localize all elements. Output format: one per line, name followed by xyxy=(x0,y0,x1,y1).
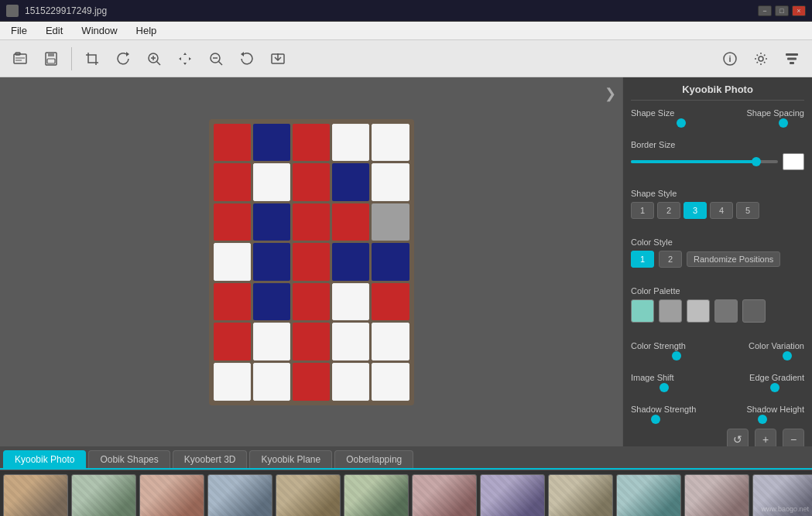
border-size-section: Border Size xyxy=(631,140,804,170)
svg-rect-20 xyxy=(787,57,797,60)
filmstrip-item[interactable]: Kyaobik-09 xyxy=(480,474,545,517)
filmstrip-item[interactable]: Kyaobik-10 xyxy=(548,474,613,517)
export-btn[interactable] xyxy=(264,45,292,73)
image-shift-label: Image Shift xyxy=(631,373,674,382)
color-palette-label: Color Palette xyxy=(631,286,804,296)
shape-style-1[interactable]: 1 xyxy=(631,202,654,219)
menu-edit[interactable]: Edit xyxy=(38,23,70,38)
add-btn[interactable]: + xyxy=(755,429,776,446)
canvas-next-arrow[interactable]: ❯ xyxy=(605,85,616,102)
svg-line-7 xyxy=(157,61,161,65)
filmstrip-item[interactable]: Kyaobik-08 xyxy=(412,474,477,517)
filmstrip-item[interactable]: Kyaobik-12 xyxy=(684,474,749,517)
color-style-1[interactable]: 1 xyxy=(631,251,654,268)
filmstrip-item[interactable]: Kyaobik-04 xyxy=(139,474,204,517)
shape-size-label: Shape Size xyxy=(631,108,674,118)
color-style-2[interactable]: 2 xyxy=(659,251,682,268)
shadow-section: Shadow Strength Shadow Height xyxy=(631,405,804,418)
tab-kyoobert-3d[interactable]: Kyoobert 3D xyxy=(173,450,248,468)
svg-rect-19 xyxy=(786,53,798,56)
redo-btn[interactable] xyxy=(233,45,261,73)
canvas-area: ❯ xyxy=(0,77,622,446)
swatch-5[interactable] xyxy=(742,299,766,323)
shape-style-5[interactable]: 5 xyxy=(736,202,759,219)
tab-oobik-shapes[interactable]: Oobik Shapes xyxy=(88,450,170,468)
swatch-3[interactable] xyxy=(687,299,710,323)
title-bar: 1515229917249.jpg − □ × xyxy=(0,0,812,22)
shape-style-2[interactable]: 2 xyxy=(657,202,680,219)
shape-spacing-label: Shape Spacing xyxy=(746,108,804,118)
swatch-1[interactable] xyxy=(631,299,654,323)
border-color-box[interactable] xyxy=(783,153,804,170)
separator-1 xyxy=(71,47,72,70)
filmstrip-item[interactable]: Kyaobik-11 xyxy=(616,474,681,517)
color-strength-section: Color Strength Color Variation xyxy=(631,341,804,354)
shape-style-4[interactable]: 4 xyxy=(710,202,733,219)
mosaic-grid xyxy=(209,119,414,405)
svg-marker-5 xyxy=(126,52,129,56)
svg-rect-0 xyxy=(14,54,26,63)
color-style-label: Color Style xyxy=(631,237,804,247)
svg-marker-13 xyxy=(241,52,244,56)
tab-kyoobik-plane[interactable]: Kyoobik Plane xyxy=(249,450,332,468)
palette-row xyxy=(631,299,804,323)
border-size-row xyxy=(631,153,804,170)
svg-rect-4 xyxy=(47,59,55,63)
save-btn[interactable] xyxy=(37,45,65,73)
settings-btn[interactable] xyxy=(747,45,775,73)
open-file-btn[interactable] xyxy=(6,45,34,73)
svg-point-18 xyxy=(759,56,763,61)
shadow-labels: Shadow Strength Shadow Height xyxy=(631,405,804,414)
tab-kyoobik-photo[interactable]: Kyoobik Photo xyxy=(3,450,86,468)
watermark: www.baogo.net xyxy=(761,505,809,513)
color-strength-label: Color Strength xyxy=(631,341,686,350)
svg-text:i: i xyxy=(728,54,731,63)
shape-labels: Shape Size Shape Spacing xyxy=(631,108,804,118)
toolbar: i xyxy=(0,40,812,77)
filmstrip-item[interactable]: Kyaobik-03 xyxy=(71,474,136,517)
color-variation-label: Color Variation xyxy=(749,341,804,350)
info-btn[interactable]: i xyxy=(716,45,744,73)
border-size-label: Border Size xyxy=(631,140,804,149)
randomize-btn[interactable]: Randomize Positions xyxy=(687,251,780,267)
right-panel: Kyoobik Photo Shape Size Shape Spacing xyxy=(622,77,812,446)
maximize-button[interactable]: □ xyxy=(775,5,789,16)
remove-btn[interactable]: − xyxy=(783,429,804,446)
tab-ooberlapping[interactable]: Ooberlapping xyxy=(334,450,413,468)
color-palette-section: Color Palette xyxy=(631,286,804,323)
menu-file[interactable]: File xyxy=(3,23,35,38)
filmstrip-item[interactable]: Kyaobik-05 xyxy=(207,474,272,517)
shape-style-3[interactable]: 3 xyxy=(684,202,707,219)
menu-bar: File Edit Window Help xyxy=(0,22,812,40)
filmstrip-item[interactable]: Kyaobik-06 xyxy=(276,474,341,517)
refresh-btn[interactable]: ↺ xyxy=(727,429,749,446)
minimize-button[interactable]: − xyxy=(758,5,772,16)
close-button[interactable]: × xyxy=(792,5,806,16)
move-btn[interactable] xyxy=(171,45,199,73)
rotate-btn[interactable] xyxy=(109,45,137,73)
zoom-in-btn[interactable] xyxy=(140,45,168,73)
zoom-out-btn[interactable] xyxy=(202,45,230,73)
filmstrip: Kyaobik-02Kyaobik-03Kyaobik-04Kyaobik-05… xyxy=(0,470,812,516)
shape-size-spacing-section: Shape Size Shape Spacing xyxy=(631,108,804,121)
svg-rect-3 xyxy=(48,53,54,56)
menu-window[interactable]: Window xyxy=(74,23,125,38)
border-size-slider[interactable] xyxy=(631,160,778,163)
shift-labels: Image Shift Edge Gradient xyxy=(631,373,804,382)
color-style-row: 1 2 Randomize Positions xyxy=(631,251,804,268)
edge-gradient-label: Edge Gradient xyxy=(749,373,804,382)
menu-help[interactable]: Help xyxy=(128,23,165,38)
filter-btn[interactable] xyxy=(778,45,806,73)
color-style-section: Color Style 1 2 Randomize Positions xyxy=(631,237,804,268)
color-labels: Color Strength Color Variation xyxy=(631,341,804,350)
crop-btn[interactable] xyxy=(78,45,106,73)
panel-title: Kyoobik Photo xyxy=(631,84,804,101)
shape-style-buttons: 1 2 3 4 5 xyxy=(631,202,804,219)
swatch-4[interactable] xyxy=(714,299,738,323)
filmstrip-item[interactable]: Kyaobik-02 xyxy=(3,474,68,517)
window-title: 1515229917249.jpg xyxy=(25,5,752,16)
toolbar-right: i xyxy=(716,45,806,73)
shape-style-label: Shape Style xyxy=(631,189,804,198)
swatch-2[interactable] xyxy=(659,299,682,323)
filmstrip-item[interactable]: Kyaobik-07 xyxy=(344,474,409,517)
